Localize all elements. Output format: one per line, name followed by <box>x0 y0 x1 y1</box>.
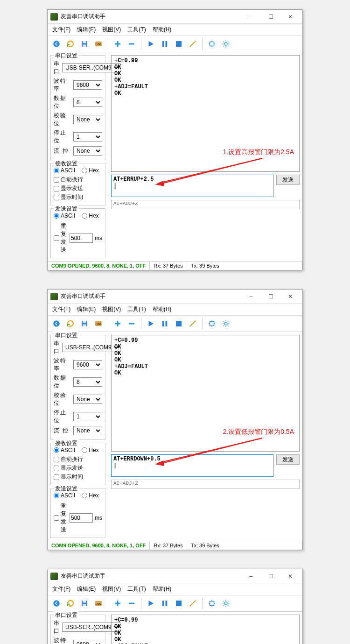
minus-icon[interactable] <box>126 318 138 330</box>
plus-icon[interactable] <box>112 38 124 50</box>
wand-icon[interactable] <box>187 38 199 50</box>
send-textarea[interactable]: AT+ERRUP+2.5 | <box>111 175 273 197</box>
flow-select[interactable]: None <box>73 146 102 156</box>
reload-icon[interactable] <box>64 597 77 609</box>
wand-icon[interactable] <box>187 597 199 609</box>
receive-textarea[interactable]: +C=0.99 OK OK OK +ADJ=FAULT OK <box>111 55 300 172</box>
baud-select[interactable]: 9600 <box>73 360 102 369</box>
parity-select[interactable]: None <box>73 395 102 404</box>
menu-file[interactable]: 文件(F) <box>52 585 70 593</box>
log-icon[interactable]: LOG <box>92 38 105 50</box>
rx-ascii-radio[interactable]: ASCII <box>54 447 75 453</box>
reload-icon[interactable] <box>64 38 77 50</box>
titlebar[interactable]: 友善串口调试助手 – ☐ ✕ <box>48 569 302 583</box>
menu-tools[interactable]: 工具(T) <box>127 305 146 313</box>
pause-icon[interactable] <box>159 597 171 609</box>
close-button[interactable]: ✕ <box>281 291 300 302</box>
menu-edit[interactable]: 编辑(E) <box>77 585 96 593</box>
back-icon[interactable] <box>50 318 63 330</box>
stopbits-select[interactable]: 1 <box>73 412 102 421</box>
send-button[interactable]: 发送 <box>276 175 300 185</box>
menu-help[interactable]: 帮助(H) <box>153 585 172 593</box>
save-icon[interactable] <box>78 38 91 50</box>
minus-icon[interactable] <box>126 38 138 50</box>
rx-hex-radio[interactable]: Hex <box>82 167 98 174</box>
tx-hex-radio[interactable]: Hex <box>82 492 98 499</box>
gear-icon[interactable] <box>220 38 232 50</box>
menu-view[interactable]: 视图(V) <box>102 305 121 313</box>
target-icon[interactable] <box>206 318 218 330</box>
send-textarea[interactable]: AT+ERRDOWN+0.5 | <box>111 454 273 477</box>
maximize-button[interactable]: ☐ <box>261 571 280 582</box>
play-icon[interactable] <box>145 318 157 330</box>
plus-icon[interactable] <box>112 597 124 609</box>
auto-wrap-check[interactable]: 自动换行 <box>54 455 102 463</box>
menu-help[interactable]: 帮助(H) <box>153 26 172 34</box>
menu-view[interactable]: 视图(V) <box>102 26 121 34</box>
interval-input[interactable] <box>70 234 93 243</box>
pause-icon[interactable] <box>159 38 171 50</box>
menu-edit[interactable]: 编辑(E) <box>77 305 96 313</box>
menu-tools[interactable]: 工具(T) <box>127 26 146 34</box>
interval-input[interactable] <box>70 513 93 523</box>
menu-help[interactable]: 帮助(H) <box>153 305 172 313</box>
titlebar[interactable]: 友善串口调试助手 – ☐ ✕ <box>48 290 302 304</box>
send-button[interactable]: 发送 <box>276 454 300 465</box>
minimize-button[interactable]: – <box>242 11 260 22</box>
show-time-check[interactable]: 显示时间 <box>54 193 102 201</box>
titlebar[interactable]: 友善串口调试助手 – ☐ ✕ <box>48 10 302 24</box>
rx-ascii-radio[interactable]: ASCII <box>54 167 75 174</box>
history-box[interactable]: AI+ADJ+Z <box>111 480 300 489</box>
databits-select[interactable]: 8 <box>73 98 102 107</box>
plus-icon[interactable] <box>112 318 124 330</box>
menu-file[interactable]: 文件(F) <box>52 305 70 313</box>
gear-icon[interactable] <box>220 318 232 330</box>
baud-select[interactable]: 9600 <box>73 640 102 644</box>
play-icon[interactable] <box>145 38 157 50</box>
tx-ascii-radio[interactable]: ASCII <box>54 492 75 499</box>
stop-icon[interactable] <box>173 597 185 609</box>
back-icon[interactable] <box>50 597 63 609</box>
repeat-check[interactable]: 重复发送 <box>54 222 68 254</box>
menu-tools[interactable]: 工具(T) <box>127 585 146 593</box>
close-button[interactable]: ✕ <box>281 571 300 582</box>
tx-ascii-radio[interactable]: ASCII <box>54 212 75 219</box>
show-send-check[interactable]: 显示发送 <box>54 464 102 472</box>
show-send-check[interactable]: 显示发送 <box>54 184 102 192</box>
minimize-button[interactable]: – <box>242 571 260 582</box>
receive-textarea[interactable]: +C=0.99 OK OK OK +ADJ=FAULT OK <box>111 335 300 452</box>
save-icon[interactable] <box>78 318 91 330</box>
stop-icon[interactable] <box>173 318 185 330</box>
history-box[interactable]: AI+ADJ+Z <box>111 200 300 209</box>
target-icon[interactable] <box>206 597 218 609</box>
flow-select[interactable]: None <box>73 426 102 435</box>
gear-icon[interactable] <box>220 597 232 609</box>
stop-icon[interactable] <box>173 38 185 50</box>
show-time-check[interactable]: 显示时间 <box>54 473 102 481</box>
maximize-button[interactable]: ☐ <box>261 11 280 22</box>
receive-textarea[interactable]: +C=0.99 OK OK OK +ADJ=FAULT OK OK <box>111 615 300 644</box>
minimize-button[interactable]: – <box>242 291 260 302</box>
repeat-check[interactable]: 重复发送 <box>54 502 68 534</box>
maximize-button[interactable]: ☐ <box>261 291 280 302</box>
play-icon[interactable] <box>145 597 157 609</box>
back-icon[interactable] <box>50 38 63 50</box>
pause-icon[interactable] <box>159 318 171 330</box>
log-icon[interactable]: LOG <box>92 318 105 330</box>
tx-hex-radio[interactable]: Hex <box>82 212 98 219</box>
menu-view[interactable]: 视图(V) <box>102 585 121 593</box>
menu-file[interactable]: 文件(F) <box>52 26 70 34</box>
auto-wrap-check[interactable]: 自动换行 <box>54 176 102 184</box>
wand-icon[interactable] <box>187 318 199 330</box>
parity-select[interactable]: None <box>73 115 102 124</box>
log-icon[interactable]: LOG <box>92 597 105 609</box>
target-icon[interactable] <box>206 38 218 50</box>
baud-select[interactable]: 9600 <box>73 80 102 90</box>
stopbits-select[interactable]: 1 <box>73 132 102 142</box>
save-icon[interactable] <box>78 597 91 609</box>
databits-select[interactable]: 8 <box>73 377 102 387</box>
reload-icon[interactable] <box>64 318 77 330</box>
minus-icon[interactable] <box>126 597 138 609</box>
rx-hex-radio[interactable]: Hex <box>82 447 98 453</box>
menu-edit[interactable]: 编辑(E) <box>77 26 96 34</box>
